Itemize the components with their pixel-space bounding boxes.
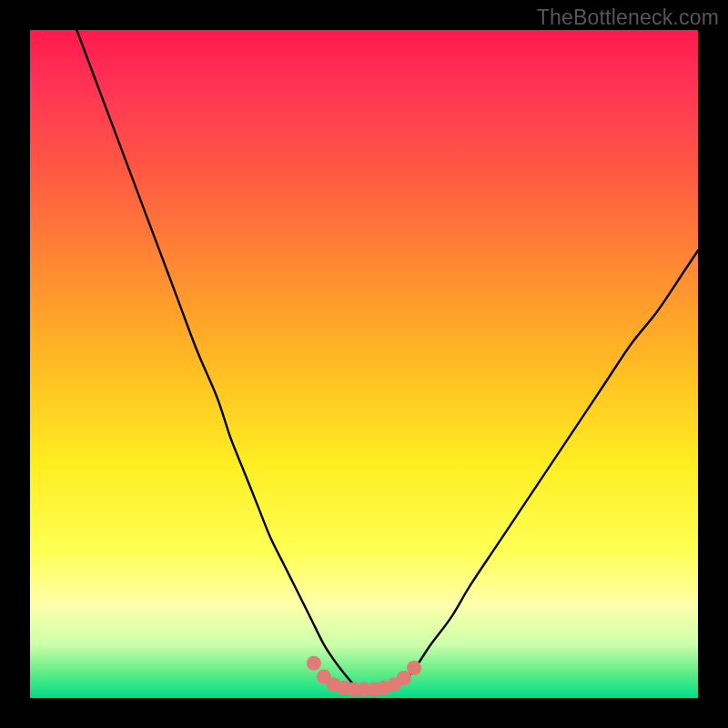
bottleneck-curve bbox=[76, 30, 698, 690]
marker-dot bbox=[407, 661, 421, 675]
marker-dot bbox=[307, 656, 321, 671]
plot-area bbox=[30, 30, 698, 698]
marker-band bbox=[307, 656, 421, 697]
chart-svg bbox=[30, 30, 698, 698]
watermark-text: TheBottleneck.com bbox=[537, 5, 719, 30]
chart-frame: { "watermark": "TheBottleneck.com", "cha… bbox=[0, 0, 728, 728]
